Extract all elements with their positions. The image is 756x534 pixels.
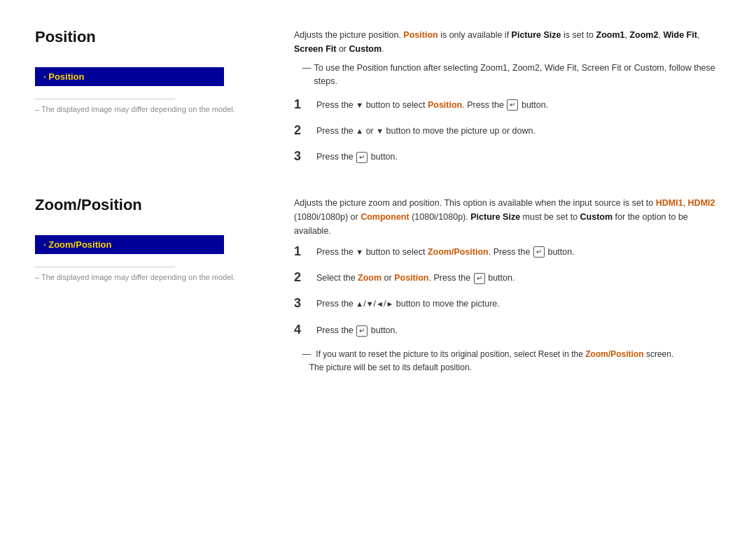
position-section: Position · Position – The displayed imag… [35, 28, 721, 175]
zoom-hdmi2-detail: (1080i/1080p) or [294, 212, 360, 222]
position-step-3-text: Press the ↵ button. [316, 148, 398, 164]
zoom-right-panel: Adjusts the picture zoom and position. T… [294, 196, 721, 375]
zoom-step-3-text: Press the ▲/▼/◄/► button to move the pic… [316, 295, 500, 311]
position-right-panel: Adjusts the picture position. Position i… [294, 28, 721, 175]
zoom-desc-hdmi1: HDMI1 [656, 198, 683, 208]
zoom-step-4: 4 Press the ↵ button. [294, 322, 721, 338]
zoom-step-1: 1 Press the ▼ button to select Zoom/Posi… [294, 244, 721, 260]
position-step-1: 1 Press the ▼ button to select Position.… [294, 97, 721, 113]
zoom-step-1-num: 1 [294, 244, 308, 260]
position-desc-zoom1: Zoom1 [596, 30, 625, 40]
position-desc-screenfit: Screen Fit [294, 44, 336, 54]
zoom-note: – The displayed image may differ dependi… [35, 273, 273, 281]
zoom-heading: Zoom/Position [35, 196, 273, 214]
position-menu-box: · Position [35, 67, 224, 86]
zoom-desc-component: Component [360, 212, 409, 222]
zoom-menu-box: · Zoom/Position [35, 235, 224, 254]
position-desc-picturesize: Picture Size [512, 30, 561, 40]
zoom-left-panel: Zoom/Position · Zoom/Position – The disp… [35, 196, 273, 375]
position-desc-or: or [339, 44, 349, 54]
position-desc-widefit: Wide Fit [663, 30, 697, 40]
zoom-comma1: , [683, 198, 688, 208]
position-indent-dash: — [302, 62, 312, 88]
position-desc-position: Position [403, 30, 438, 40]
position-indent-note: — To use the Position function after sel… [302, 62, 721, 88]
zoom-desc-picturesize: Picture Size [470, 212, 520, 222]
page-container: Position · Position – The displayed imag… [0, 0, 756, 424]
zoom-section: Zoom/Position · Zoom/Position – The disp… [35, 196, 721, 375]
position-step-2-text: Press the ▲ or ▼ button to move the pict… [316, 122, 536, 138]
zoom-step-3: 3 Press the ▲/▼/◄/► button to move the p… [294, 295, 721, 311]
zoom-desc-custom: Custom [580, 212, 613, 222]
zoom-step-3-num: 3 [294, 295, 308, 311]
zoom-steps: 1 Press the ▼ button to select Zoom/Posi… [294, 244, 721, 339]
zoom-must: must be set to [523, 212, 580, 222]
zoom-desc-main: Adjusts the picture zoom and position. T… [294, 198, 656, 208]
zoom-divider [35, 267, 175, 267]
zoom-bottom-note: — If you want to reset the picture to it… [302, 348, 721, 374]
zoom-step-4-text: Press the ↵ button. [316, 322, 398, 337]
position-desc-zoom2: Zoom2 [629, 30, 658, 40]
position-period: . [382, 44, 384, 54]
position-desc-mid: is only available if [440, 30, 511, 40]
position-desc-custom: Custom [349, 44, 382, 54]
position-step-3-num: 3 [294, 148, 308, 164]
zoom-step-1-text: Press the ▼ button to select Zoom/Positi… [316, 244, 575, 259]
position-step-2-num: 2 [294, 122, 308, 139]
zoom-step-2-text: Select the Zoom or Position. Press the ↵… [316, 269, 514, 285]
position-step-1-num: 1 [294, 97, 308, 113]
position-comma3: , [697, 30, 699, 40]
position-step-3: 3 Press the ↵ button. [294, 148, 721, 164]
position-step-1-text: Press the ▼ button to select Position. P… [316, 97, 548, 112]
position-note: – The displayed image may differ dependi… [35, 105, 273, 113]
position-divider [35, 99, 175, 99]
position-desc-set: is set to [564, 30, 596, 40]
position-heading: Position [35, 28, 273, 46]
position-steps: 1 Press the ▼ button to select Position.… [294, 97, 721, 165]
zoom-component-detail: (1080i/1080p). [412, 212, 470, 222]
zoom-step-2-num: 2 [294, 269, 308, 286]
zoom-desc-hdmi2: HDMI2 [688, 198, 715, 208]
position-desc-main: Adjusts the picture position. [294, 30, 401, 40]
zoom-step-2: 2 Select the Zoom or Position. Press the… [294, 269, 721, 286]
position-step-2: 2 Press the ▲ or ▼ button to move the pi… [294, 122, 721, 139]
zoom-description: Adjusts the picture zoom and position. T… [294, 196, 721, 238]
position-indent-text: To use the Position function after selec… [314, 62, 722, 88]
zoom-step-4-num: 4 [294, 322, 308, 338]
position-left-panel: Position · Position – The displayed imag… [35, 28, 273, 175]
position-description: Adjusts the picture position. Position i… [294, 28, 721, 56]
